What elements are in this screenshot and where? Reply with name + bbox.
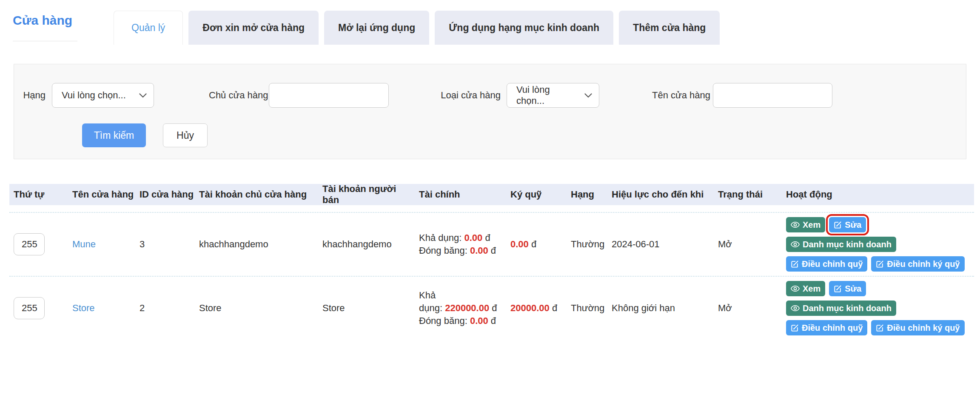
valid-until-cell: Không giới hạn (607, 303, 714, 314)
actions-cell: Xem Sửa Danh mục kinh doanh Điều chỉnh q… (782, 281, 974, 335)
store-id: 2 (135, 303, 195, 314)
deposit-cell: 0.00 đ (506, 239, 567, 250)
store-name-label: Tên cửa hàng (652, 90, 709, 101)
frozen-line: Đóng băng: 0.00 đ (419, 244, 506, 257)
order-input[interactable] (14, 297, 45, 319)
rank-select[interactable]: Vui lòng chọn... (52, 83, 154, 108)
rank-label: Hạng (14, 90, 46, 101)
filter-buttons-row: Tìm kiếm Hủy (14, 123, 966, 147)
table-row: Mune 3 khachhangdemo khachhangdemo Khả d… (9, 212, 974, 276)
store-type-select[interactable]: Vui lòng chọn... (507, 83, 599, 108)
col-tai-khoan-chu: Tài khoản chủ cửa hàng (195, 189, 318, 200)
stores-table: Thứ tự Tên cửa hàng ID cửa hàng Tài khoả… (9, 184, 974, 340)
order-input[interactable] (14, 233, 45, 255)
chevron-down-icon (584, 93, 592, 98)
rank-cell: Thường (567, 303, 607, 314)
status-cell: Mở (714, 303, 782, 314)
cancel-button[interactable]: Hủy (163, 123, 208, 147)
chevron-down-icon (139, 93, 147, 98)
view-button[interactable]: Xem (786, 281, 825, 296)
table-header-row: Thứ tự Tên cửa hàng ID cửa hàng Tài khoả… (9, 184, 974, 205)
tab-don-xin-mo-cua-hang[interactable]: Đơn xin mở cửa hàng (188, 11, 319, 45)
eye-icon (791, 221, 800, 228)
deposit-cell: 20000.00 đ (506, 303, 567, 314)
valid-until-cell: 2024-06-01 (607, 239, 714, 250)
seller-account: Store (318, 303, 415, 314)
search-button[interactable]: Tìm kiếm (82, 123, 146, 147)
col-trang-thai: Trạng thái (714, 189, 782, 200)
col-hieu-luc: Hiệu lực cho đến khi (607, 189, 714, 200)
available-line: Khả dụng: 220000.00 đ (419, 289, 506, 315)
available-line: Khả dụng: 0.00 đ (419, 232, 506, 244)
owner-label: Chủ cửa hàng (209, 90, 262, 101)
filter-row: Hạng Vui lòng chọn... Chủ cửa hàng Loại … (14, 83, 966, 108)
edit-icon (876, 260, 884, 268)
view-button[interactable]: Xem (786, 217, 825, 232)
eye-icon (791, 241, 800, 248)
table-row: Store 2 Store Store Khả dụng: 220000.00 … (9, 276, 974, 340)
store-type-select-value: Vui lòng chọn... (516, 84, 580, 106)
seller-account: khachhangdemo (318, 239, 415, 250)
col-id-cua-hang: ID cửa hàng (135, 189, 195, 200)
tab-bar: Cửa hàng Quản lý Đơn xin mở cửa hàng Mở … (0, 0, 980, 45)
adjust-fund-button[interactable]: Điều chỉnh quỹ (786, 320, 867, 335)
tab-ung-dung-hang-muc-kinh-doanh[interactable]: Ứng dụng hạng mục kinh doanh (435, 11, 613, 45)
page-title: Cửa hàng (13, 0, 77, 41)
owner-input[interactable] (269, 83, 389, 108)
frozen-line: Đóng băng: 0.00 đ (419, 315, 506, 327)
business-category-button[interactable]: Danh mục kinh doanh (786, 301, 896, 316)
status-cell: Mở (714, 239, 782, 250)
business-category-button[interactable]: Danh mục kinh doanh (786, 237, 896, 252)
adjust-deposit-button[interactable]: Điều chỉnh ký quỹ (871, 320, 964, 335)
rank-cell: Thường (567, 239, 607, 250)
edit-icon (876, 324, 884, 332)
edit-button[interactable]: Sửa (829, 217, 866, 232)
col-thu-tu: Thứ tự (9, 189, 68, 200)
store-name-input[interactable] (713, 83, 832, 108)
eye-icon (791, 285, 800, 292)
owner-account: Store (195, 303, 318, 314)
store-name-link[interactable]: Mune (72, 239, 96, 249)
adjust-fund-button[interactable]: Điều chỉnh quỹ (786, 256, 867, 272)
edit-icon (791, 260, 799, 268)
col-hang: Hạng (567, 189, 607, 200)
tab-mo-lai-ung-dung[interactable]: Mở lại ứng dụng (324, 11, 429, 45)
store-name-link[interactable]: Store (72, 303, 95, 313)
edit-icon (791, 324, 799, 332)
filter-panel: Hạng Vui lòng chọn... Chủ cửa hàng Loại … (14, 64, 966, 159)
finance-cell: Khả dụng: 220000.00 đ Đóng băng: 0.00 đ (415, 289, 506, 327)
col-ten-cua-hang: Tên cửa hàng (68, 189, 135, 200)
edit-button[interactable]: Sửa (829, 281, 866, 296)
tab-them-cua-hang[interactable]: Thêm cửa hàng (619, 11, 720, 45)
edit-icon (834, 285, 842, 293)
col-tai-chinh: Tài chính (415, 189, 506, 200)
actions-cell: Xem Sửa Danh mục kinh doanh Điều chỉnh q… (782, 217, 974, 272)
col-ky-quy: Ký quỹ (506, 189, 567, 200)
rank-select-value: Vui lòng chọn... (62, 90, 126, 101)
tabs: Quản lý Đơn xin mở cửa hàng Mở lại ứng d… (114, 11, 720, 45)
adjust-deposit-button[interactable]: Điều chỉnh ký quỹ (871, 256, 964, 272)
edit-icon (834, 221, 842, 229)
finance-cell: Khả dụng: 0.00 đ Đóng băng: 0.00 đ (415, 232, 506, 257)
store-type-label: Loại cửa hàng (439, 90, 501, 101)
store-id: 3 (135, 239, 195, 250)
col-tai-khoan-nguoi-ban: Tài khoản người bán (318, 183, 415, 206)
owner-account: khachhangdemo (195, 239, 318, 250)
tab-quan-ly[interactable]: Quản lý (114, 11, 183, 45)
eye-icon (791, 305, 800, 312)
col-hoat-dong: Hoạt động (782, 189, 974, 200)
table-body: Mune 3 khachhangdemo khachhangdemo Khả d… (9, 212, 974, 340)
